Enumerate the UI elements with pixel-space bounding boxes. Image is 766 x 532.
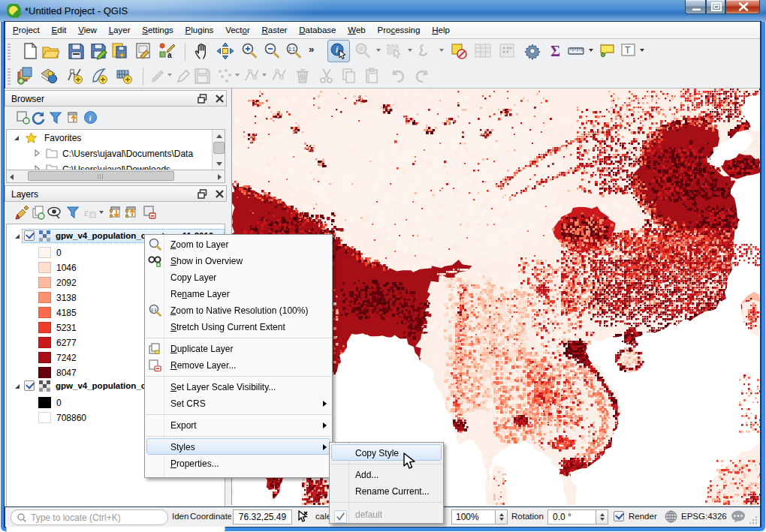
svg-text:1:1: 1:1 xyxy=(151,308,157,312)
svg-text:1:1: 1:1 xyxy=(288,47,295,52)
svg-text:a: a xyxy=(167,51,172,59)
svg-text:ε: ε xyxy=(84,207,89,218)
svg-text:T: T xyxy=(625,45,631,56)
svg-text:Σ: Σ xyxy=(550,43,560,59)
